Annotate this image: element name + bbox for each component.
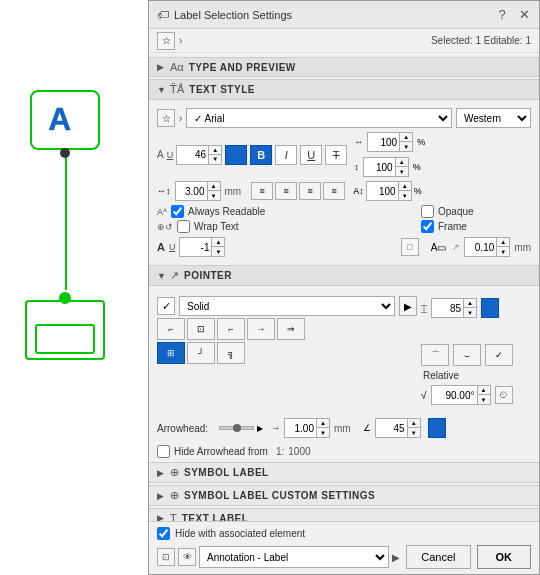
connector-dot-top bbox=[60, 148, 70, 158]
scale-x-input[interactable] bbox=[367, 132, 399, 152]
underline-button[interactable]: U bbox=[300, 145, 322, 165]
curve-btn-2[interactable]: ⌣ bbox=[453, 344, 481, 366]
font-type-select[interactable]: Western bbox=[456, 108, 531, 128]
pointer-icon-solid-l[interactable]: ┘ bbox=[187, 342, 215, 364]
arrowhead-angle-up[interactable]: ▲ bbox=[408, 419, 420, 428]
size-mm-down[interactable]: ▼ bbox=[208, 191, 220, 200]
opaque-checkbox[interactable] bbox=[421, 205, 434, 218]
pointer-icon-dashed-double[interactable]: ⇒ bbox=[277, 318, 305, 340]
font-star-button[interactable]: ☆ bbox=[157, 109, 175, 127]
annotation-icon-2[interactable]: 👁 bbox=[178, 548, 196, 566]
section-icon-textstyle: T̈Å bbox=[170, 83, 184, 96]
help-button[interactable]: ? bbox=[495, 8, 509, 22]
italic-button[interactable]: I bbox=[275, 145, 297, 165]
hide-arrowhead-ratio: 1000 bbox=[288, 446, 310, 457]
section-symbol-label[interactable]: ▶ ⊕ SYMBOL LABEL bbox=[149, 462, 539, 483]
slider-track[interactable] bbox=[219, 426, 254, 430]
always-readable-checkbox[interactable] bbox=[171, 205, 184, 218]
section-icon-pointer: ↗ bbox=[170, 269, 179, 282]
ok-button[interactable]: OK bbox=[477, 545, 532, 569]
curve-btn-1[interactable]: ⌒ bbox=[421, 344, 449, 366]
scale-y-input[interactable] bbox=[363, 157, 395, 177]
scale-x-down[interactable]: ▼ bbox=[400, 142, 412, 151]
always-readable-label: Always Readable bbox=[188, 206, 265, 217]
section-type-preview[interactable]: ▶ Aα TYPE AND PREVIEW bbox=[149, 57, 539, 77]
arrowhead-angle-input[interactable] bbox=[375, 418, 407, 438]
pointer-icon-dashed-corner[interactable]: ⌐ bbox=[157, 318, 185, 340]
section-pointer[interactable]: ▼ ↗ POINTER bbox=[149, 265, 539, 286]
pointer-num-up[interactable]: ▲ bbox=[464, 299, 476, 308]
font-size-up[interactable]: ▲ bbox=[209, 146, 221, 155]
font-color-box[interactable] bbox=[225, 145, 247, 165]
angle-up[interactable]: ▲ bbox=[478, 386, 490, 395]
arrowhead-size-down[interactable]: ▼ bbox=[317, 428, 329, 437]
spacing-input[interactable] bbox=[366, 181, 398, 201]
wrap-text-icon: ⊕↺ bbox=[157, 222, 173, 232]
align-left-btn[interactable]: ≡ bbox=[251, 182, 273, 200]
pointer-icon-solid-box[interactable]: ⊞ bbox=[157, 342, 185, 364]
section-symbol-custom[interactable]: ▶ ⊕ SYMBOL LABEL CUSTOM SETTINGS bbox=[149, 485, 539, 506]
hide-assoc-row: Hide with associated element bbox=[157, 527, 531, 540]
spacing-down[interactable]: ▼ bbox=[399, 191, 411, 200]
favorite-button[interactable]: ☆ bbox=[157, 32, 175, 50]
arrowhead-color-box[interactable] bbox=[428, 418, 446, 438]
pointer-icon-dashed-box[interactable]: ⊡ bbox=[187, 318, 215, 340]
frame-checkbox[interactable] bbox=[421, 220, 434, 233]
curve-btn-3[interactable]: ✓ bbox=[485, 344, 513, 366]
font-size-input[interactable]: 46 bbox=[176, 145, 208, 165]
pointer-icon-dashed-l[interactable]: ⌐ bbox=[217, 318, 245, 340]
pointer-color-box[interactable] bbox=[481, 298, 499, 318]
pointer-check-icon[interactable]: ✓ bbox=[157, 297, 175, 315]
scale-x-row: ↔ ▲ ▼ % bbox=[354, 132, 425, 152]
frame-val-input[interactable] bbox=[464, 237, 496, 257]
close-button[interactable]: ✕ bbox=[517, 8, 531, 22]
frame-val-down[interactable]: ▼ bbox=[497, 247, 509, 256]
relative-label: Relative bbox=[421, 370, 531, 381]
align-right-btn[interactable]: ≡ bbox=[299, 182, 321, 200]
pointer-num-down[interactable]: ▼ bbox=[464, 308, 476, 317]
annotation-type-select[interactable]: Annotation - Label bbox=[199, 546, 389, 568]
scale-y-up[interactable]: ▲ bbox=[396, 158, 408, 167]
section-text-style[interactable]: ▼ T̈Å TEXT STYLE bbox=[149, 79, 539, 100]
align-center-btn[interactable]: ≡ bbox=[275, 182, 297, 200]
angle-lock-btn[interactable]: ⏲ bbox=[495, 386, 513, 404]
title-icon: 🏷 bbox=[157, 8, 169, 22]
pointer-arrow-btn[interactable]: ▶ bbox=[399, 296, 417, 316]
char-val-up[interactable]: ▲ bbox=[212, 238, 224, 247]
pointer-num-input[interactable] bbox=[431, 298, 463, 318]
size-mm-input[interactable] bbox=[175, 181, 207, 201]
spacing-up[interactable]: ▲ bbox=[399, 182, 411, 191]
spacing-group: A↕ ▲ ▼ % bbox=[353, 181, 422, 201]
pointer-num-icon: ⌶ bbox=[421, 303, 427, 314]
scale-y-down[interactable]: ▼ bbox=[396, 167, 408, 176]
hide-arrowhead-checkbox[interactable] bbox=[157, 445, 170, 458]
spacing-icon: A↕ bbox=[353, 186, 364, 196]
slider-thumb[interactable] bbox=[233, 424, 241, 432]
frame-val-up[interactable]: ▲ bbox=[497, 238, 509, 247]
arrowhead-label: Arrowhead: bbox=[157, 423, 215, 434]
annotation-icon-1[interactable]: ⊡ bbox=[157, 548, 175, 566]
pointer-type-select[interactable]: Solid bbox=[179, 296, 395, 316]
align-justify-btn[interactable]: ≡ bbox=[323, 182, 345, 200]
arrowhead-angle-down[interactable]: ▼ bbox=[408, 428, 420, 437]
char-val-down[interactable]: ▼ bbox=[212, 247, 224, 256]
scale-x-up[interactable]: ▲ bbox=[400, 133, 412, 142]
arrowhead-size-up[interactable]: ▲ bbox=[317, 419, 329, 428]
hide-assoc-checkbox[interactable] bbox=[157, 527, 170, 540]
wrap-text-label: Wrap Text bbox=[194, 221, 239, 232]
font-size-down[interactable]: ▼ bbox=[209, 155, 221, 164]
section-text-label[interactable]: ▶ T TEXT LABEL bbox=[149, 508, 539, 521]
char-val-input[interactable] bbox=[179, 237, 211, 257]
size-mm-up[interactable]: ▲ bbox=[208, 182, 220, 191]
cancel-button[interactable]: Cancel bbox=[406, 545, 470, 569]
char-icon-btn[interactable]: □ bbox=[401, 238, 419, 256]
font-name-select[interactable]: ✓ Arial bbox=[186, 108, 452, 128]
wrap-text-checkbox[interactable] bbox=[177, 220, 190, 233]
pointer-icon-dashed-arrow[interactable]: → bbox=[247, 318, 275, 340]
arrowhead-size-input[interactable] bbox=[284, 418, 316, 438]
angle-input[interactable] bbox=[431, 385, 477, 405]
angle-down[interactable]: ▼ bbox=[478, 395, 490, 404]
bold-button[interactable]: B bbox=[250, 145, 272, 165]
strikethrough-button[interactable]: T bbox=[325, 145, 347, 165]
pointer-icon-solid-corner[interactable]: ╗ bbox=[217, 342, 245, 364]
